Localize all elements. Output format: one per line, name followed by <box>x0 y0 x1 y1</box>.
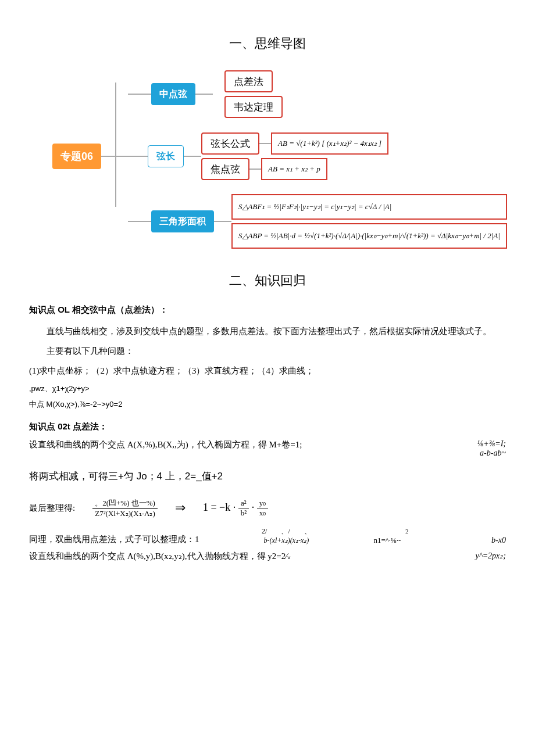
kp02-row1-r2: a-b-ab~ <box>480 449 506 457</box>
kp02-final-eq: 最后整理得: 。2(凹+%) 也一%) Z7²(Xl+X₂)(X₁-Λ₂) ⇒ … <box>29 498 506 518</box>
kp02-rhs-prefix: 1 = −k · <box>203 501 236 513</box>
section1-title: 一、思维导图 <box>29 35 506 52</box>
node-chord-length: 弦长 <box>148 145 184 167</box>
kp02-hyper-left: 同理，双曲线用点差法，式子可以整理成：1 <box>29 534 199 545</box>
kp02-row1-r1: ⅛+⅜=I; <box>477 439 506 448</box>
kp02-rhs-f1d: b² <box>238 508 249 518</box>
mindmap-diagram: 中点弦 点差法 韦达定理 专题06 弦长 弦长公式 AB = √(1+k²) [… <box>52 70 529 249</box>
kp02-rhs: 1 = −k · a² b² · y₀ x₀ <box>203 499 268 518</box>
formula-area1: S△ABF₁ = ½|F₁F₂|·|y₁−y₂| = c|y₁−y₂| = c√… <box>231 194 507 220</box>
kp02-parabola-row: 设直线和曲线的两个交点 A(%,y),B(x₂,y₂),代入抛物线方程，得 y2… <box>29 551 506 562</box>
formula-focus-chord: AB = x₁ + x₂ + p <box>261 158 327 180</box>
kp01-para2: 主要有以下几种问题： <box>29 342 506 360</box>
leaf-focus-chord: 焦点弦 <box>201 158 249 180</box>
kp01-cramped2: 中点 M(Xo,χ>),⅞=-2~>y0=2 <box>29 399 506 411</box>
kp02-rhs-f1n: a² <box>238 499 249 508</box>
leaf-dianchafa: 点差法 <box>224 70 273 92</box>
kp02-subtract-line: 将两式相减，可得三+匀 Jo；4 上，2=_值+2 <box>29 470 506 483</box>
kp02-heading: 知识点 02t 点差法： <box>29 421 506 432</box>
kp02-rhs-f2d: x₀ <box>257 508 269 518</box>
node-root: 专题06 <box>52 144 101 169</box>
kp02-rhs-f2n: y₀ <box>257 499 269 508</box>
formula-chord: AB = √(1+k²) [ (x₁+x₂)² − 4x₁x₂ ] <box>271 132 388 155</box>
kp01-para1: 直线与曲线相交，涉及到交线中点的题型，多数用点差法。按下面方法整理出式子，然后根… <box>29 323 506 340</box>
kp01-list: (1)求中点坐标；（2）求中点轨迹方程；（3）求直线方程；（4）求曲线； <box>29 362 506 379</box>
kp02-final-num: 。2(凹+%) 也一%) <box>92 498 158 509</box>
leaf-chord-formula: 弦长公式 <box>201 132 259 155</box>
kp01-cramped1: ,pwz、χ1+χ2y+y> <box>29 383 506 395</box>
kp01-heading: 知识点 OL 相交弦中点（点差法）： <box>29 304 506 316</box>
section2-title: 二、知识回归 <box>29 272 506 289</box>
leaf-weida: 韦达定理 <box>224 96 283 118</box>
kp02-row1-left: 设直线和曲线的两个交点 A(X,%),B(X,,为)，代入椭圆方程，得 M+卷=… <box>29 439 302 450</box>
node-midpoint-chord: 中点弦 <box>151 83 195 105</box>
kp02-hyper-r2: b-x0 <box>471 536 506 545</box>
kp02-final-label: 最后整理得: <box>29 503 75 514</box>
kp02-hyper-r1-sup: 2 <box>373 528 408 535</box>
kp02-row1: 设直线和曲线的两个交点 A(X,%),B(X,,为)，代入椭圆方程，得 M+卷=… <box>29 439 506 458</box>
formula-area2: S△ABP = ½|AB|·d = ½√(1+k²)·(√Δ/|A|)·(|kx… <box>231 223 507 249</box>
kp02-hyper-r1: n1=^·⅛·- <box>373 536 401 544</box>
kp02-parab-left: 设直线和曲线的两个交点 A(%,y),B(x₂,y₂),代入抛物线方程，得 y2… <box>29 551 291 562</box>
kp02-hyper-mid-bot: b-(xl+x₂)(x₁-x₂) <box>264 536 309 544</box>
kp02-final-den: Z7²(Xl+X₂)(X₁-Λ₂) <box>92 509 158 518</box>
kp02-final-lhs-frac: 。2(凹+%) 也一%) Z7²(Xl+X₂)(X₁-Λ₂) <box>92 498 158 518</box>
node-triangle-area: 三角形面积 <box>151 210 214 232</box>
kp02-parab-right: y^=2px₂; <box>476 551 506 561</box>
kp02-hyperbola-row: 同理，双曲线用点差法，式子可以整理成：1 2/ 、/ 、 b-(xl+x₂)(x… <box>29 526 506 545</box>
implies-arrow-icon: ⇒ <box>175 500 186 515</box>
kp02-hyper-mid-top: 2/ 、/ 、 <box>262 527 311 535</box>
